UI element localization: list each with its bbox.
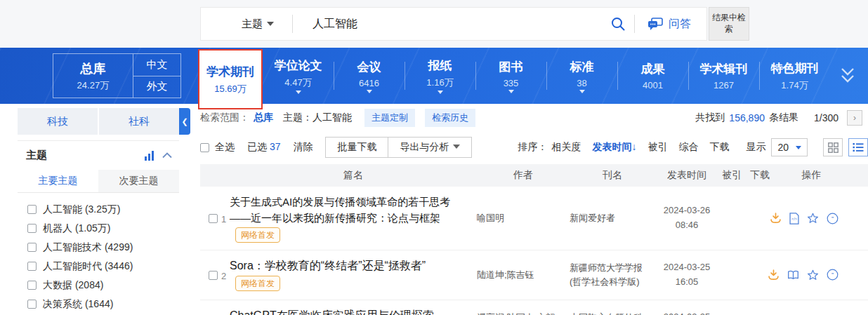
download-icon[interactable]	[768, 269, 780, 281]
author-link[interactable]: 陆道坤;陈吉钰	[477, 269, 534, 280]
author-link[interactable]: 喻国明	[477, 213, 504, 223]
clear-selection-button[interactable]: 清除	[293, 141, 313, 154]
filter-sidebar: 科技 社科 主题 主要主题 次要主题	[18, 108, 179, 315]
sort-publish-time[interactable]: 发表时间↓	[592, 141, 636, 154]
tab-academic-series[interactable]: 学术辑刊 1267	[688, 48, 759, 104]
tab-books[interactable]: 图书 335	[475, 48, 546, 104]
row-checkbox[interactable]	[209, 214, 218, 223]
sort-cited[interactable]: 被引	[647, 141, 667, 154]
nav-expand-button[interactable]	[837, 65, 858, 90]
checkbox[interactable]	[27, 224, 37, 233]
export-analyze-button[interactable]: 导出与分析	[388, 137, 472, 158]
checkbox[interactable]	[27, 281, 37, 290]
search-input[interactable]	[293, 18, 602, 30]
topic-section-title: 主题	[26, 149, 144, 162]
bar-chart-icon[interactable]	[144, 151, 155, 161]
batch-download-button[interactable]: 批量下载	[325, 137, 388, 158]
journal-link[interactable]: 新闻爱好者	[570, 213, 615, 223]
sidebar-collapse-button[interactable]: ❮	[179, 108, 190, 135]
display-label: 显示	[746, 141, 765, 154]
tab-special-journals[interactable]: 特色期刊 1.74万	[759, 48, 830, 104]
found-label: 共找到	[695, 112, 725, 124]
online-first-badge: 网络首发	[235, 227, 280, 243]
download-icon[interactable]	[770, 213, 782, 224]
sort-relevance[interactable]: 相关度	[551, 141, 581, 154]
tab-chinese[interactable]: 中文	[133, 54, 180, 76]
chevron-down-icon	[579, 90, 585, 93]
search-history-button[interactable]: 检索历史	[425, 109, 475, 127]
checkbox[interactable]	[27, 262, 37, 271]
journal-link[interactable]: 新疆师范大学学报(哲学社会科学版)	[570, 262, 643, 287]
result-row: 3 ChatGPT在医学临床实践应用与伦理探索 网络首发 潘高涧;叶冠志;方韶韩…	[200, 300, 868, 315]
results-count[interactable]: 156,890	[729, 112, 765, 123]
result-row: 1 关于生成式AI的发展与传播领域革命的若干思考——近一年以来我的新传播研究：论…	[200, 187, 868, 250]
topic-filter-item[interactable]: 人工智能 (3.25万)	[27, 200, 179, 219]
chevron-down-icon	[296, 91, 301, 94]
article-title-link[interactable]: ChatGPT在医学临床实践应用与伦理探索	[230, 309, 434, 315]
sidebar-tab-social[interactable]: 社科	[99, 108, 179, 135]
list-view-button[interactable]	[848, 138, 868, 156]
tab-count: 1267	[714, 80, 734, 91]
checkbox[interactable]	[27, 243, 37, 252]
svg-text:”: ”	[831, 215, 834, 222]
favorite-star-icon[interactable]	[807, 213, 819, 224]
html-read-icon[interactable]: </>	[789, 213, 799, 224]
favorite-star-icon[interactable]	[807, 269, 819, 281]
topic-filter-item[interactable]: 人工智能时代 (3446)	[27, 257, 179, 276]
subtab-secondary-topics[interactable]: 次要主题	[98, 170, 179, 192]
subtab-primary-topics[interactable]: 主要主题	[18, 170, 98, 192]
scope-range-value[interactable]: 总库	[254, 112, 273, 124]
journal-link[interactable]: 中国胸心血管外科临床杂志	[570, 312, 643, 315]
tab-count: 4001	[643, 80, 663, 91]
grid-view-button[interactable]	[823, 138, 843, 156]
topic-filter-item[interactable]: 大数据 (2084)	[27, 276, 179, 295]
qa-button[interactable]: 问答	[635, 17, 706, 32]
tab-theses[interactable]: 学位论文 4.47万	[263, 48, 334, 104]
sort-comprehensive[interactable]: 综合	[678, 141, 698, 154]
header-cited[interactable]: 被引	[718, 169, 745, 182]
chevron-up-icon[interactable]	[162, 152, 172, 159]
topic-filter-item[interactable]: 决策系统 (1644)	[27, 295, 179, 314]
results-toolbar: 全选 已选 37 清除 批量下载 导出与分析 排序： 相关度 发表时间↓ 被引 …	[200, 135, 868, 160]
database-nav: 总库 24.27万 中文 外文 学术期刊 15.69万 学位论文 4.47万 会…	[0, 48, 868, 104]
page-size-select[interactable]: 20	[771, 138, 808, 156]
svg-text:”: ”	[831, 272, 834, 279]
search-field-dropdown[interactable]: 主题	[201, 18, 292, 31]
list-view-icon	[853, 142, 864, 152]
resource-tabs: 学术期刊 15.69万 学位论文 4.47万 会议 6416 报纸 1.16万 …	[198, 48, 830, 104]
tab-foreign[interactable]: 外文	[133, 76, 180, 98]
sidebar-category-tabs: 科技 社科	[18, 108, 179, 135]
sort-download[interactable]: 下载	[709, 141, 729, 154]
tab-newspapers[interactable]: 报纸 1.16万	[405, 48, 475, 104]
select-all-label[interactable]: 全选	[215, 141, 235, 154]
row-index: 1	[221, 214, 226, 224]
nav-total-library[interactable]: 总库 24.27万	[53, 54, 133, 98]
cite-quote-icon[interactable]: ”	[827, 213, 839, 224]
book-read-icon[interactable]	[787, 270, 799, 280]
tab-achievements[interactable]: 成果 4001	[617, 48, 688, 104]
header-download[interactable]: 下载	[745, 169, 775, 182]
topic-filter-item[interactable]: 人工智能技术 (4299)	[27, 238, 179, 257]
tab-label: 学术辑刊	[700, 61, 748, 77]
search-button[interactable]	[602, 16, 634, 32]
qa-label: 问答	[669, 17, 691, 32]
author-link[interactable]: 潘高涧;叶冠志;方韶韩;朱晓雷;刘鸿鸣	[477, 312, 555, 315]
header-date: 发表时间	[655, 169, 718, 182]
cite-quote-icon[interactable]: ”	[827, 269, 839, 281]
tab-standards[interactable]: 标准 38	[546, 48, 617, 104]
next-page-button[interactable]: ›	[847, 110, 862, 126]
select-all-checkbox[interactable]	[200, 143, 209, 152]
topic-customize-button[interactable]: 主题定制	[364, 109, 415, 127]
tab-academic-journals[interactable]: 学术期刊 15.69万	[198, 49, 263, 109]
tab-conferences[interactable]: 会议 6416	[334, 48, 405, 104]
article-title-link[interactable]: 关于生成式AI的发展与传播领域革命的若干思考——近一年以来我的新传播研究：论点与…	[230, 196, 450, 224]
row-checkbox[interactable]	[209, 271, 218, 280]
results-unit: 条结果	[769, 112, 798, 124]
article-title-link[interactable]: Sora：学校教育的“终结者”还是“拯救者”	[230, 260, 426, 272]
sidebar-tab-science[interactable]: 科技	[18, 108, 98, 135]
checkbox[interactable]	[27, 300, 37, 309]
search-in-results-button[interactable]: 结果中检索	[709, 7, 749, 41]
checkbox[interactable]	[27, 205, 37, 214]
language-tabs: 中文 外文	[133, 54, 180, 98]
topic-filter-item[interactable]: 机器人 (1.05万)	[27, 219, 179, 238]
